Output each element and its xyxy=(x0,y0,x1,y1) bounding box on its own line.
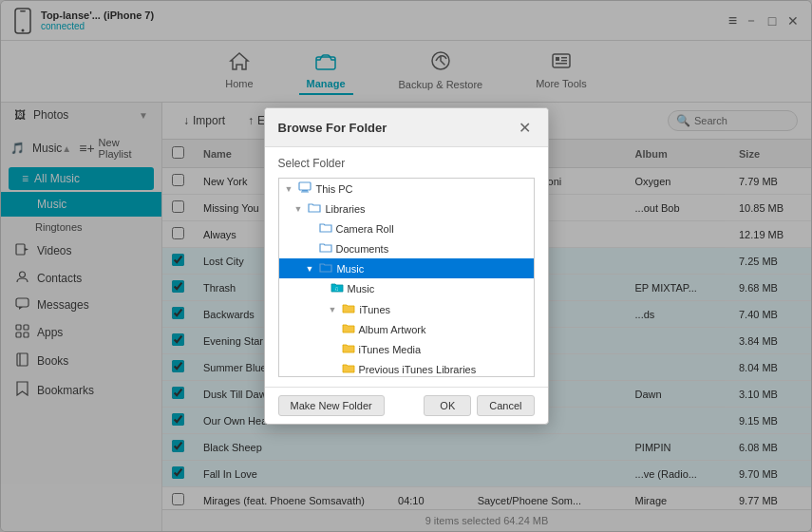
cancel-button[interactable]: Cancel xyxy=(477,395,534,416)
svg-text:♫: ♫ xyxy=(334,286,339,292)
tree-arrow: ▼ xyxy=(294,204,303,214)
svg-rect-24 xyxy=(302,190,308,192)
tree-item-icon xyxy=(319,221,332,236)
tree-arrow: ▼ xyxy=(329,305,337,314)
tree-item-icon xyxy=(298,181,312,196)
tree-item-icon xyxy=(342,322,355,336)
tree-item-label: iTunes xyxy=(359,304,390,315)
tree-item-icon xyxy=(319,261,332,276)
tree-item-icon xyxy=(342,302,355,316)
modal-title: Browse For Folder xyxy=(278,121,387,135)
tree-item[interactable]: ▼ Music xyxy=(279,258,534,278)
tree-item[interactable]: Camera Roll xyxy=(279,218,534,238)
tree-item[interactable]: ♫ Music xyxy=(279,278,534,299)
tree-arrow: ▼ xyxy=(285,184,293,194)
tree-item[interactable]: Album Artwork xyxy=(279,319,534,339)
folder-tree[interactable]: ▼ This PC ▼ Libraries Camera Roll Docume… xyxy=(278,178,535,377)
modal-body: Select Folder ▼ This PC ▼ Libraries Came… xyxy=(265,147,548,387)
tree-item-label: Libraries xyxy=(325,203,365,215)
modal-close-button[interactable]: ✕ xyxy=(516,118,535,137)
tree-item-icon xyxy=(308,201,321,216)
tree-item-label: This PC xyxy=(315,183,352,195)
tree-item[interactable]: Previous iTunes Libraries xyxy=(279,359,534,377)
modal-overlay: Browse For Folder ✕ Select Folder ▼ This… xyxy=(0,0,812,532)
tree-item[interactable]: ▼ Libraries xyxy=(279,199,534,218)
tree-item-label: Previous iTunes Libraries xyxy=(359,364,477,375)
tree-item-label: Documents xyxy=(336,243,389,255)
modal-footer: Make New Folder OK Cancel xyxy=(265,387,548,424)
tree-item-icon: ♫ xyxy=(330,281,344,296)
tree-item-label: Music xyxy=(336,263,364,275)
tree-item[interactable]: Documents xyxy=(279,238,534,258)
new-folder-button[interactable]: Make New Folder xyxy=(278,395,385,416)
modal-header: Browse For Folder ✕ xyxy=(265,108,548,147)
svg-rect-23 xyxy=(299,182,311,190)
tree-item-icon xyxy=(319,241,332,256)
tree-item[interactable]: iTunes Media xyxy=(279,339,534,359)
modal-footer-buttons: OK Cancel xyxy=(424,395,534,416)
ok-button[interactable]: OK xyxy=(424,395,471,416)
tree-item-label: iTunes Media xyxy=(359,344,422,355)
tree-item-label: Album Artwork xyxy=(359,324,426,335)
tree-item-icon xyxy=(342,342,355,356)
tree-item-label: Camera Roll xyxy=(336,223,394,235)
modal-select-label: Select Folder xyxy=(278,157,535,170)
tree-item-label: Music xyxy=(348,283,375,294)
browse-folder-modal: Browse For Folder ✕ Select Folder ▼ This… xyxy=(264,107,549,425)
tree-item[interactable]: ▼ This PC xyxy=(279,179,534,199)
tree-item[interactable]: ▼ iTunes xyxy=(279,299,534,319)
svg-rect-25 xyxy=(301,192,309,193)
tree-arrow: ▼ xyxy=(306,264,314,274)
tree-item-icon xyxy=(342,362,355,376)
